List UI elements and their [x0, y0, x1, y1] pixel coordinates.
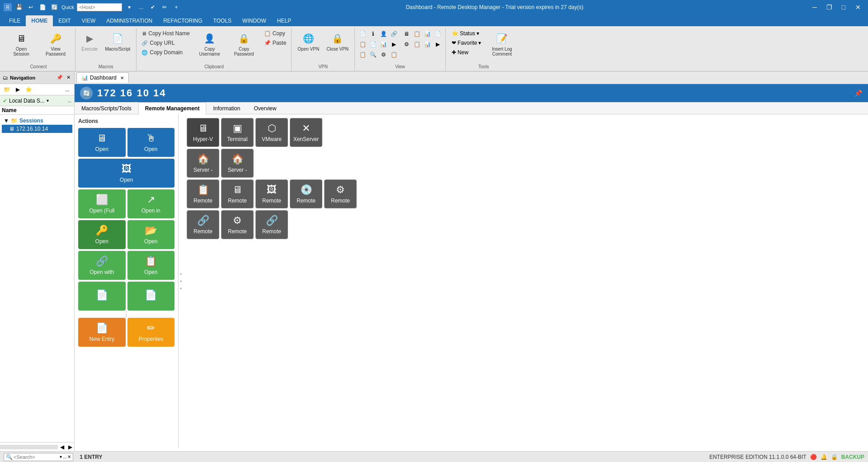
datasource-more[interactable]: ... — [68, 98, 71, 103]
maximize-btn[interactable]: □ — [837, 2, 850, 12]
insert-log-btn[interactable]: 📝 Insert Log Comment — [485, 29, 519, 59]
view-btn-16[interactable]: 📄 — [433, 29, 443, 39]
minimize-btn[interactable]: ─ — [808, 2, 821, 12]
sessions-folder[interactable]: ▼ 📁 Sessions — [2, 117, 72, 125]
open-green-btn[interactable]: 🔑 Open — [78, 220, 126, 249]
copy-url-btn[interactable]: 🔗 Copy URL — [139, 38, 192, 47]
view-btn-9[interactable]: 📋 — [358, 50, 368, 60]
nav-scroll-right[interactable]: ▶ — [66, 444, 74, 450]
tab-refactoring[interactable]: REFACTORING — [158, 15, 208, 26]
nav-more-btn[interactable]: ... — [62, 85, 72, 94]
open-green2-btn[interactable]: 📋 Open — [127, 251, 175, 280]
save-btn[interactable]: 💾 — [14, 3, 24, 12]
open-with-btn[interactable]: 🔗 Open with — [78, 251, 126, 280]
view-btn-7[interactable]: 📊 — [378, 39, 388, 49]
nav-star-btn[interactable]: ⭐ — [24, 85, 33, 94]
remote6-btn[interactable]: 🔗 Remote — [187, 210, 219, 239]
copy-password-btn[interactable]: 🔒 Copy Password — [227, 29, 261, 59]
execute-btn[interactable]: ▶ Execute — [78, 29, 101, 54]
close-btn[interactable]: ✕ — [852, 2, 864, 12]
terminal-btn[interactable]: ▣ Terminal — [221, 118, 254, 147]
datasource-dropdown[interactable]: ▾ — [47, 98, 49, 103]
view-btn-18[interactable]: 📋 — [412, 39, 422, 49]
rec1-btn[interactable]: 📄 — [78, 282, 126, 311]
copy-btn[interactable]: 📋 Copy — [262, 29, 289, 38]
new-btn[interactable]: 📄 — [38, 3, 47, 12]
tab-remote-management[interactable]: Remote Management — [138, 102, 207, 114]
view-btn-14[interactable]: 📋 — [412, 29, 422, 39]
view-btn-12[interactable]: 📋 — [389, 50, 399, 60]
open-full-btn[interactable]: ⬜ Open (Full — [78, 189, 126, 218]
tab-view[interactable]: VIEW — [76, 15, 101, 26]
view-btn-4[interactable]: 🔗 — [389, 29, 399, 39]
nav-play-btn[interactable]: ▶ — [13, 85, 23, 94]
server2-btn[interactable]: 🏠 Server - — [221, 149, 254, 178]
dashboard-pin-btn[interactable]: 📌 — [854, 89, 863, 98]
view-btn-13[interactable]: 🖥 — [401, 29, 411, 39]
panel-drag-handle[interactable]: • • • — [179, 114, 183, 448]
view-btn-17[interactable]: ⚙ — [401, 39, 411, 49]
nav-close-btn[interactable]: ✕ — [66, 75, 71, 80]
host-input[interactable] — [77, 3, 122, 11]
more-btn[interactable]: ... — [137, 3, 146, 12]
properties-btn[interactable]: ✏ Properties — [127, 318, 175, 347]
open-orange-btn[interactable]: 📂 Open — [127, 220, 175, 249]
remote4-btn[interactable]: 💿 Remote — [290, 179, 322, 208]
new-entry-btn[interactable]: 📄 New Entry — [78, 318, 126, 347]
status-btn[interactable]: ⭐ Status ▾ — [448, 29, 484, 38]
host-dropdown[interactable]: ▾ — [125, 3, 134, 12]
view-btn-2[interactable]: ℹ — [368, 29, 378, 39]
remote1-btn[interactable]: 📋 Remote — [187, 179, 219, 208]
xenserver-btn[interactable]: ✕ XenServer — [290, 118, 322, 147]
open-btn-3[interactable]: 🖼 Open — [78, 159, 175, 188]
view-btn-8[interactable]: ▶ — [389, 39, 399, 49]
nav-folder-btn[interactable]: 📁 — [2, 85, 12, 94]
tab-information[interactable]: Information — [206, 102, 247, 114]
hyper-v-btn[interactable]: 🖥 Hyper-V — [187, 118, 219, 147]
tab-file[interactable]: FILE — [4, 15, 26, 26]
search-input[interactable] — [14, 454, 59, 460]
tab-home[interactable]: HOME — [26, 15, 53, 26]
remote7-btn[interactable]: ⚙ Remote — [221, 210, 254, 239]
view-btn-19[interactable]: 📊 — [422, 39, 432, 49]
view-btn-11[interactable]: ⚙ — [378, 50, 388, 60]
copy-domain-btn[interactable]: 🌐 Copy Domain — [139, 48, 192, 57]
open-btn-2[interactable]: 🖱 Open — [127, 128, 175, 157]
tab-window[interactable]: WINDOW — [237, 15, 272, 26]
remote2-btn[interactable]: 🖥 Remote — [221, 179, 254, 208]
view-password-btn[interactable]: 🔑 View Password — [39, 29, 72, 59]
view-btn-5[interactable]: 📋 — [358, 39, 368, 49]
view-btn-20[interactable]: ▶ — [433, 39, 443, 49]
favorite-btn[interactable]: ❤ Favorite ▾ — [448, 38, 484, 47]
edit-btn[interactable]: ✏ — [160, 3, 169, 12]
dashboard-tab[interactable]: 📊 Dashboard ✕ — [76, 72, 129, 83]
view-btn-6[interactable]: 📄 — [368, 39, 378, 49]
tab-help[interactable]: HELP — [272, 15, 297, 26]
rec2-btn[interactable]: 📄 — [127, 282, 175, 311]
new-tool-btn[interactable]: ✚ New — [448, 48, 484, 57]
remote3-btn[interactable]: 🖼 Remote — [255, 179, 288, 208]
view-btn-10[interactable]: 🔍 — [368, 50, 378, 60]
view-btn-1[interactable]: 📄 — [358, 29, 368, 39]
dashboard-tab-close[interactable]: ✕ — [120, 75, 124, 80]
search-dropdown[interactable]: ▾ — [60, 454, 62, 459]
paste-btn[interactable]: 📌 Paste — [262, 38, 289, 47]
remote5-btn[interactable]: ⚙ Remote — [324, 179, 357, 208]
nav-scrollbar[interactable] — [0, 445, 58, 449]
remote8-btn[interactable]: 🔗 Remote — [255, 210, 288, 239]
tab-administration[interactable]: ADMINISTRATION — [101, 15, 158, 26]
refresh-btn[interactable]: 🔄 — [50, 3, 59, 12]
check-btn[interactable]: ✔ — [148, 3, 157, 12]
tab-edit[interactable]: EDIT — [53, 15, 76, 26]
copy-host-btn[interactable]: 🖥 Copy Host Name — [139, 29, 192, 38]
copy-username-btn[interactable]: 👤 Copy Username — [193, 29, 226, 59]
nav-scroll-left[interactable]: ◀ — [58, 444, 66, 450]
tab-tools[interactable]: TOOLS — [208, 15, 237, 26]
undo-btn[interactable]: ↩ — [26, 3, 35, 12]
plus-btn[interactable]: + — [172, 3, 181, 12]
server1-btn[interactable]: 🏠 Server - — [187, 149, 219, 178]
open-session-btn[interactable]: 🖥 Open Session — [5, 29, 38, 59]
search-options[interactable]: ... — [63, 454, 66, 459]
tab-macros-scripts[interactable]: Macros/Scripts/Tools — [75, 102, 138, 114]
entry-item[interactable]: 🖥 172.16.10.14 — [2, 125, 72, 133]
